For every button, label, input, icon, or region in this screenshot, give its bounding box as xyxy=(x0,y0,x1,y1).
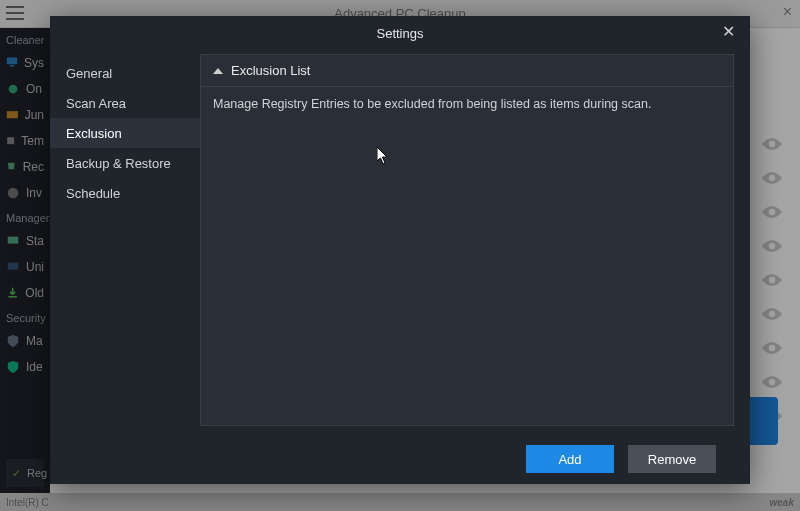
modal-body: General Scan Area Exclusion Backup & Res… xyxy=(50,50,750,484)
exclusion-list-area xyxy=(201,121,733,425)
exclusion-panel: Exclusion List Manage Registry Entries t… xyxy=(200,54,734,426)
chevron-up-icon xyxy=(213,68,223,74)
modal-header: Settings ✕ xyxy=(50,16,750,50)
nav-item-general[interactable]: General xyxy=(50,58,200,88)
nav-item-backup-restore[interactable]: Backup & Restore xyxy=(50,148,200,178)
close-icon[interactable]: ✕ xyxy=(722,24,740,42)
panel-header[interactable]: Exclusion List xyxy=(201,55,733,87)
settings-modal: Settings ✕ General Scan Area Exclusion B… xyxy=(50,16,750,484)
add-button[interactable]: Add xyxy=(526,445,614,473)
modal-title: Settings xyxy=(377,26,424,41)
settings-nav: General Scan Area Exclusion Backup & Res… xyxy=(50,50,200,484)
panel-title: Exclusion List xyxy=(231,63,310,78)
modal-overlay: Settings ✕ General Scan Area Exclusion B… xyxy=(0,0,800,511)
remove-button[interactable]: Remove xyxy=(628,445,716,473)
modal-footer: Add Remove xyxy=(200,440,734,484)
panel-description: Manage Registry Entries to be excluded f… xyxy=(201,87,733,121)
nav-item-scan-area[interactable]: Scan Area xyxy=(50,88,200,118)
settings-content: Exclusion List Manage Registry Entries t… xyxy=(200,50,750,484)
nav-item-exclusion[interactable]: Exclusion xyxy=(50,118,200,148)
nav-item-schedule[interactable]: Schedule xyxy=(50,178,200,208)
